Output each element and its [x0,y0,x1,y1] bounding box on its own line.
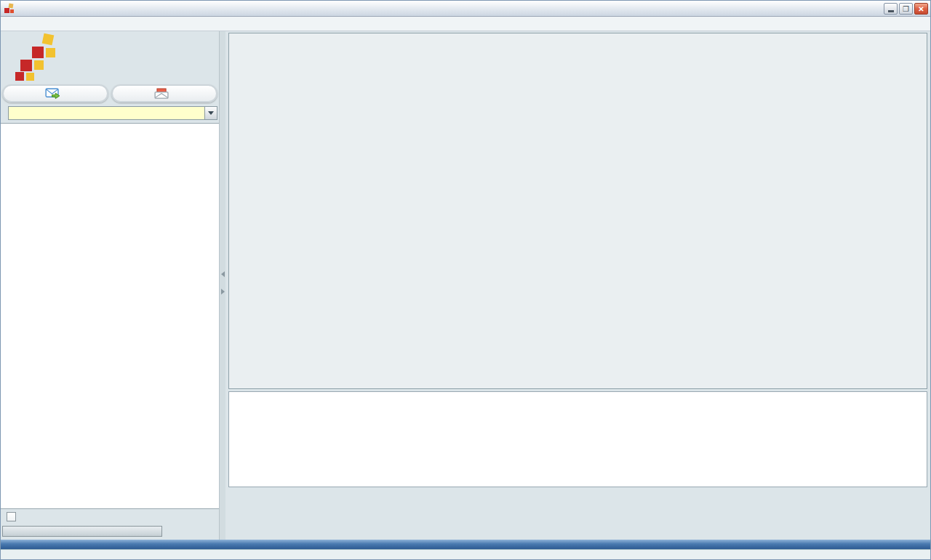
navigation-tree [1,123,219,509]
notice-envelope-icon [45,88,60,99]
left-panel [1,31,219,540]
panel-splitter[interactable] [219,31,225,540]
collapse-right-icon[interactable] [221,289,225,295]
lookup-input[interactable] [9,107,204,119]
collapse-left-icon[interactable] [221,271,225,277]
main-panel [225,31,930,540]
restore-button[interactable] [899,3,913,15]
connector-layer [229,33,927,388]
close-button[interactable] [914,3,928,15]
status-bar [1,549,930,559]
expand-tree-checkbox[interactable] [7,512,16,521]
request-envelope-icon [154,88,169,99]
description-panel [228,391,927,487]
notice-button[interactable] [2,84,108,103]
lookup-combobox [8,106,217,120]
app-window [0,0,931,560]
bottom-accent-bar [1,540,930,549]
solo-logo-icon [15,34,60,81]
menu-bar [1,17,930,31]
workflow-diagram [228,33,927,389]
app-icon [4,4,15,14]
request-button[interactable] [111,84,217,103]
logo-area [1,31,219,84]
minimize-button[interactable] [884,3,898,15]
bottom-tab-bar [228,519,927,540]
title-bar [1,1,930,17]
memory-indicator[interactable] [2,526,162,537]
lookup-dropdown-button[interactable] [204,107,217,119]
record-navigation-bar [228,487,927,519]
